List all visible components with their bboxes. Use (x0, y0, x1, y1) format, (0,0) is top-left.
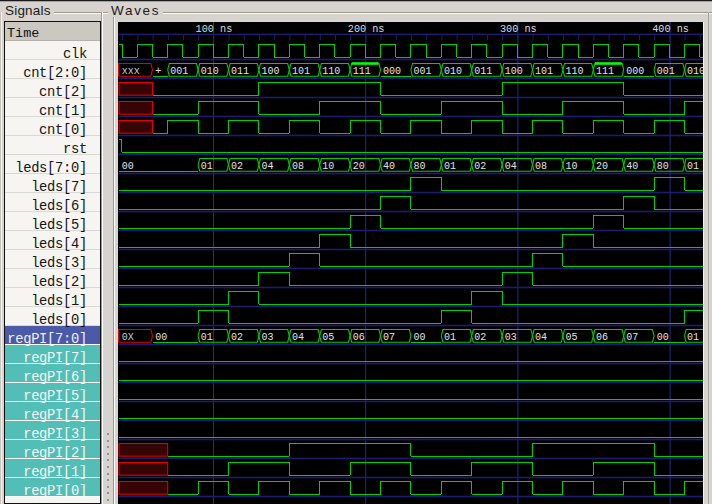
svg-text:110: 110 (566, 66, 584, 77)
svg-text:01: 01 (444, 332, 456, 343)
svg-text:03: 03 (505, 332, 517, 343)
svg-text:40: 40 (383, 161, 395, 172)
svg-text:04: 04 (535, 332, 547, 343)
svg-text:04: 04 (292, 332, 304, 343)
svg-text:100: 100 (505, 66, 523, 77)
svg-text:110: 110 (322, 66, 340, 77)
svg-text:04: 04 (505, 161, 517, 172)
svg-text:100: 100 (262, 66, 280, 77)
svg-text:400 ns: 400 ns (652, 24, 689, 35)
svg-text:08: 08 (535, 161, 547, 172)
svg-text:0X: 0X (122, 332, 134, 343)
svg-text:010: 010 (444, 66, 462, 77)
svg-text:02: 02 (231, 161, 243, 172)
svg-text:06: 06 (353, 332, 365, 343)
svg-text:111: 111 (353, 66, 371, 77)
svg-text:00: 00 (414, 332, 426, 343)
svg-text:20: 20 (353, 161, 365, 172)
svg-text:10: 10 (322, 161, 334, 172)
svg-text:02: 02 (474, 332, 486, 343)
svg-text:00: 00 (122, 161, 134, 172)
svg-text:010: 010 (687, 66, 703, 77)
svg-text:80: 80 (657, 161, 669, 172)
svg-text:05: 05 (322, 332, 334, 343)
svg-text:01: 01 (444, 161, 456, 172)
svg-text:001: 001 (170, 66, 188, 77)
svg-text:02: 02 (474, 161, 486, 172)
svg-text:111: 111 (596, 66, 614, 77)
svg-text:001: 001 (657, 66, 675, 77)
svg-text:01: 01 (687, 332, 699, 343)
svg-text:100 ns: 100 ns (196, 24, 233, 35)
svg-text:20: 20 (596, 161, 608, 172)
svg-text:011: 011 (474, 66, 492, 77)
svg-text:101: 101 (292, 66, 310, 77)
svg-text:05: 05 (566, 332, 578, 343)
svg-text:010: 010 (201, 66, 219, 77)
svg-text:02: 02 (231, 332, 243, 343)
svg-text:07: 07 (383, 332, 395, 343)
svg-text:00: 00 (657, 332, 669, 343)
svg-text:01: 01 (201, 161, 213, 172)
svg-text:000: 000 (626, 66, 644, 77)
svg-text:000: 000 (383, 66, 401, 77)
svg-text:04: 04 (262, 161, 274, 172)
svg-text:00: 00 (155, 332, 167, 343)
svg-text:03: 03 (262, 332, 274, 343)
svg-text:xxx: xxx (122, 66, 140, 77)
svg-text:06: 06 (596, 332, 608, 343)
svg-text:80: 80 (414, 161, 426, 172)
svg-text:10: 10 (566, 161, 578, 172)
svg-text:07: 07 (626, 332, 638, 343)
svg-text:+: + (155, 66, 161, 77)
svg-text:01: 01 (687, 161, 699, 172)
svg-text:101: 101 (535, 66, 553, 77)
svg-text:08: 08 (292, 161, 304, 172)
svg-text:200 ns: 200 ns (348, 24, 385, 35)
svg-text:40: 40 (626, 161, 638, 172)
svg-text:001: 001 (414, 66, 432, 77)
svg-text:300 ns: 300 ns (500, 24, 537, 35)
svg-text:01: 01 (201, 332, 213, 343)
svg-text:011: 011 (231, 66, 249, 77)
